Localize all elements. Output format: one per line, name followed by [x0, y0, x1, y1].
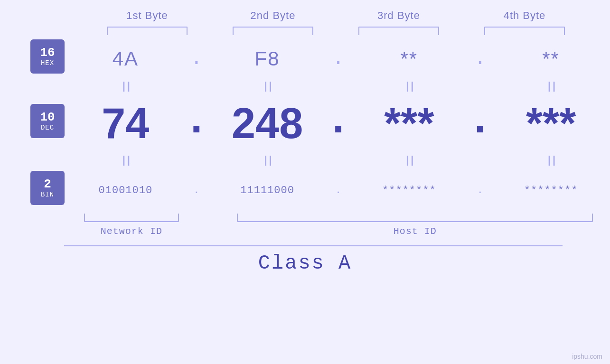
- dec-badge: 10 DEC: [30, 104, 65, 138]
- equals-row-1: || || || ||: [66, 78, 610, 95]
- network-id-label: Network ID: [101, 226, 162, 237]
- equals-5: ||: [66, 155, 185, 167]
- ip-grid: 4A . F8 . ** . **: [66, 37, 610, 237]
- bin-badge-num: 2: [44, 177, 51, 191]
- hex-badge: 16 HEX: [30, 39, 65, 74]
- dec-badge-num: 10: [40, 111, 55, 124]
- hex-badge-label: HEX: [41, 59, 54, 67]
- bracket-4: [462, 27, 588, 35]
- network-bracket: [84, 214, 179, 222]
- equals-4: ||: [492, 81, 610, 93]
- top-brackets-row: [84, 27, 588, 35]
- bin-byte-2: 11111000: [208, 185, 327, 196]
- equals-7: ||: [350, 155, 469, 167]
- class-section: Class A: [0, 245, 610, 275]
- hex-dot-1: .: [185, 47, 208, 70]
- dec-byte-2: 248: [208, 99, 327, 148]
- hex-row: 4A . F8 . ** . **: [66, 40, 610, 78]
- equals-3: ||: [350, 81, 469, 93]
- hex-byte-2: F8: [208, 47, 327, 70]
- dec-byte-1: 74: [66, 99, 185, 148]
- dec-byte-3: ***: [350, 99, 469, 148]
- main-container: 1st Byte 2nd Byte 3rd Byte 4th Byte 16 H…: [0, 0, 610, 364]
- bin-byte-4: ********: [492, 185, 610, 196]
- hex-dot-3: .: [468, 47, 492, 70]
- host-id-cell: Host ID: [220, 226, 610, 237]
- hex-byte-4: **: [492, 47, 610, 70]
- host-id-label: Host ID: [394, 226, 437, 237]
- host-bracket-wrap: [220, 214, 610, 222]
- class-label: Class A: [0, 252, 610, 275]
- equals-1: ||: [66, 81, 185, 93]
- host-bracket: [237, 214, 593, 222]
- bin-badge: 2 BIN: [30, 171, 65, 205]
- bracket-3: [336, 27, 462, 35]
- bottom-brackets-container: [66, 214, 610, 222]
- dec-badge-label: DEC: [41, 124, 54, 131]
- hex-dot-2: .: [327, 47, 350, 70]
- equals-2: ||: [208, 81, 327, 93]
- hex-byte-3: **: [350, 47, 469, 70]
- watermark: ipshu.com: [572, 353, 602, 360]
- class-bracket-line: [64, 245, 563, 246]
- network-id-cell: Network ID: [66, 226, 197, 237]
- byte-label-3: 3rd Byte: [336, 9, 462, 22]
- equals-8: ||: [492, 155, 610, 167]
- network-bracket-wrap: [66, 214, 197, 222]
- segment-labels: Network ID Host ID: [66, 226, 610, 237]
- bracket-2: [210, 27, 336, 35]
- byte-label-2: 2nd Byte: [210, 9, 336, 22]
- bin-byte-1: 01001010: [66, 185, 185, 196]
- bin-row: 01001010 . 11111000 . ******** .: [66, 169, 610, 212]
- hex-byte-1: 4A: [66, 47, 185, 70]
- byte-label-4: 4th Byte: [462, 9, 588, 22]
- bin-dot-3: .: [468, 185, 492, 196]
- equals-6: ||: [208, 155, 327, 167]
- equals-row-2: || || || ||: [66, 152, 610, 169]
- hex-badge-num: 16: [40, 46, 55, 60]
- bin-dot-1: .: [185, 185, 208, 196]
- dec-byte-4: ***: [492, 99, 610, 148]
- dec-dot-2: .: [327, 106, 350, 141]
- byte-label-1: 1st Byte: [84, 9, 210, 22]
- dec-dot-3: .: [468, 106, 492, 141]
- bin-dot-2: .: [327, 185, 350, 196]
- byte-labels-row: 1st Byte 2nd Byte 3rd Byte 4th Byte: [84, 9, 588, 22]
- dec-dot-1: .: [185, 106, 208, 141]
- bin-badge-label: BIN: [41, 191, 54, 198]
- bracket-1: [84, 27, 210, 35]
- dec-row: 74 . 248 . *** . ***: [66, 95, 610, 152]
- bin-byte-3: ********: [350, 185, 469, 196]
